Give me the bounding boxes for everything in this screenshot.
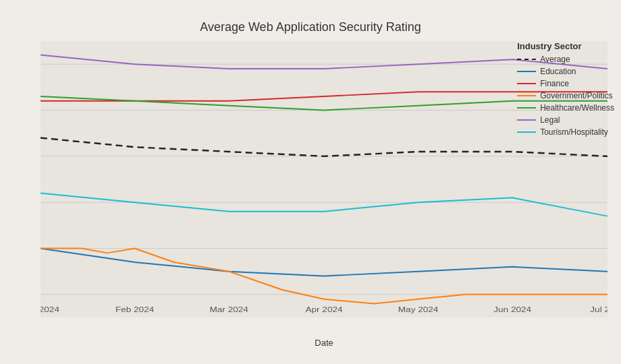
legend-label-average: Average bbox=[540, 55, 570, 64]
legend-item-healthcare: Healthcare/Wellness bbox=[517, 103, 614, 113]
legend-label-education: Education bbox=[540, 67, 576, 76]
svg-text:Feb 2024: Feb 2024 bbox=[115, 306, 155, 314]
svg-text:Apr 2024: Apr 2024 bbox=[305, 306, 342, 314]
legend-item-finance: Finance bbox=[517, 79, 614, 88]
legend-item-average: Average bbox=[517, 55, 614, 64]
legend-swatch-tourism bbox=[517, 131, 536, 133]
chart-legend: Industry Sector Average Education Financ… bbox=[517, 41, 614, 140]
legend-swatch-healthcare bbox=[517, 107, 536, 109]
chart-area: 700 690 680 670 660 650 Jan 2024 Feb 202… bbox=[40, 41, 608, 317]
svg-text:Mar 2024: Mar 2024 bbox=[210, 306, 249, 314]
svg-text:Jul 2024: Jul 2024 bbox=[590, 306, 608, 314]
legend-label-legal: Legal bbox=[540, 115, 560, 125]
svg-text:Jun 2024: Jun 2024 bbox=[493, 306, 531, 314]
legend-swatch-legal bbox=[517, 119, 536, 121]
legend-item-legal: Legal bbox=[517, 115, 614, 125]
legend-swatch-education bbox=[517, 71, 536, 72]
legend-label-government: Government/Politics bbox=[540, 91, 612, 100]
legend-swatch-average bbox=[517, 59, 536, 60]
legend-item-tourism: Tourism/Hospitality bbox=[517, 127, 614, 137]
svg-text:Jan 2024: Jan 2024 bbox=[40, 306, 59, 314]
legend-title: Industry Sector bbox=[517, 41, 614, 51]
chart-container: Average Web Application Security Rating … bbox=[0, 0, 621, 364]
legend-label-healthcare: Healthcare/Wellness bbox=[540, 103, 614, 113]
legend-item-education: Education bbox=[517, 67, 614, 76]
chart-title: Average Web Application Security Rating bbox=[14, 20, 608, 34]
legend-swatch-government bbox=[517, 95, 536, 96]
legend-item-government: Government/Politics bbox=[517, 91, 614, 100]
x-axis-label: Date bbox=[315, 338, 333, 348]
legend-label-finance: Finance bbox=[540, 79, 569, 88]
legend-label-tourism: Tourism/Hospitality bbox=[540, 127, 608, 137]
svg-text:May 2024: May 2024 bbox=[398, 306, 439, 314]
legend-swatch-finance bbox=[517, 83, 536, 84]
